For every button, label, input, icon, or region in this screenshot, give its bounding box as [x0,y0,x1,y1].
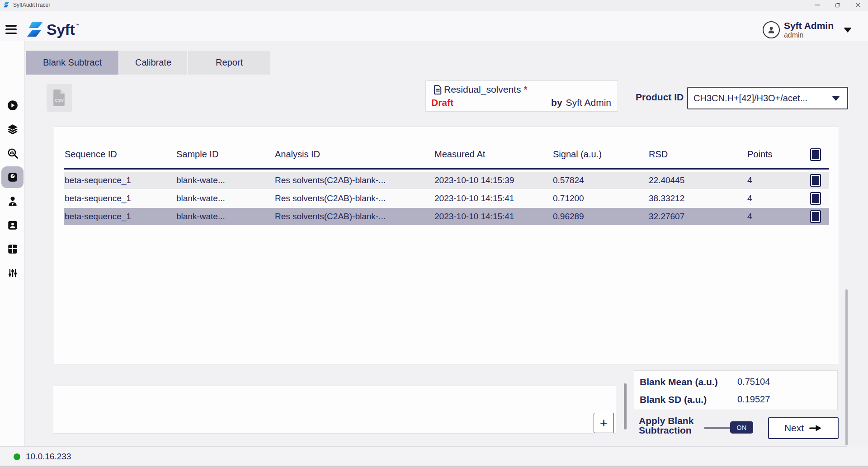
table-row-selected[interactable]: beta-sequence_1 blank-wate... Res solven… [64,208,829,225]
user-menu[interactable]: Syft Admin admin [763,20,852,40]
cell-analysis-id: Res solvents(C2AB)-blank-... [274,212,434,222]
column-header: Signal (a.u.) [552,149,648,160]
cell-rsd: 22.40445 [648,175,746,185]
cell-measured-at: 2023-10-10 14:15:41 [434,212,552,222]
sidebar-item-contacts[interactable] [1,214,24,236]
instrument-ip-address: 10.0.16.233 [26,452,71,462]
badge-icon [7,219,19,231]
search-stats-icon [7,147,19,159]
blank-mean-label: Blank Mean (a.u.) [640,377,737,387]
panel-scrollbar[interactable] [624,383,627,429]
layers-icon [7,123,19,135]
document-name: Residual_solvents [444,84,521,95]
sidebar-nav [0,41,25,446]
product-id-label: Product ID [636,92,684,103]
syft-logo: Syft ™ [26,20,79,39]
chevron-down-icon [832,96,840,101]
measurements-table-card: Sequence ID Sample ID Analysis ID Measur… [54,127,839,364]
avatar [763,21,780,38]
blank-summary-card: Blank Mean (a.u.) 0.75104 Blank SD (a.u.… [634,370,838,410]
arrow-right-icon [809,425,822,432]
cell-rsd: 38.33212 [648,193,746,203]
table-row[interactable]: beta-sequence_1 blank-wate... Res solven… [64,172,829,189]
user-icon [767,25,776,34]
column-header: RSD [648,149,746,160]
sidebar-item-blank-subtract[interactable] [1,166,24,188]
cell-measured-at: 2023-10-10 14:15:39 [434,175,552,185]
table-grid-icon [7,243,19,255]
column-header: Points [746,149,802,160]
close-icon[interactable] [848,0,868,10]
document-icon [434,85,442,94]
scale-icon [7,171,19,183]
column-header: Measured At [434,149,552,160]
app-header [0,11,868,41]
apply-blank-subtraction-label: Apply Blank Subtraction [639,416,693,435]
document-status-badge: Draft [431,97,453,108]
sidebar-item-admin[interactable] [1,190,24,212]
product-id-select[interactable]: CH3CN.H+[42]/H3O+/acet... [687,87,848,109]
chevron-down-icon [844,28,852,33]
row-checkbox[interactable] [810,174,821,187]
tab-blank-subtract[interactable]: Blank Subtract [26,51,118,75]
cell-points: 4 [746,212,802,222]
table-header-row: Sequence ID Sample ID Analysis ID Measur… [64,141,829,170]
cell-measured-at: 2023-10-10 14:15:41 [434,193,552,203]
menu-icon[interactable] [5,25,17,34]
required-asterisk: * [524,84,527,95]
column-header: Sequence ID [64,149,175,160]
notes-panel [53,386,616,434]
cell-sequence-id: beta-sequence_1 [64,212,175,222]
sidebar-item-run[interactable] [1,94,24,116]
app-logo-icon [3,2,9,8]
connection-status-icon [14,453,20,460]
row-checkbox[interactable] [810,192,821,205]
cell-sample-id: blank-wate... [175,193,274,203]
cell-signal: 0.57824 [552,175,648,185]
blank-sd-label: Blank SD (a.u.) [640,394,737,405]
cell-sample-id: blank-wate... [175,212,274,222]
column-header: Sample ID [175,149,274,160]
cell-signal: 0.96289 [552,212,648,222]
toggle-knob-on[interactable]: ON [730,421,753,434]
sidebar-item-sequences[interactable] [1,118,24,140]
title-bar: SyftAuditTracer [0,0,868,10]
brand-name: Syft [47,21,75,38]
next-button[interactable]: Next [768,417,839,439]
trademark-mark: ™ [75,23,79,28]
tune-icon [7,267,19,279]
apply-blank-toggle[interactable]: ON [704,420,754,435]
select-all-checkbox[interactable] [810,148,821,161]
window-controls [807,0,868,10]
svg-text:CSV: CSV [55,97,64,102]
cell-analysis-id: Res solvents(C2AB)-blank-... [274,175,434,185]
sidebar-item-data-table[interactable] [1,238,24,260]
sidebar-item-analysis-search[interactable] [1,142,24,164]
cell-analysis-id: Res solvents(C2AB)-blank-... [274,193,434,203]
document-info-card: Residual_solvents * Draft bySyft Admin [425,80,618,112]
syft-logo-mark-icon [26,21,44,38]
add-button[interactable]: + [594,413,614,433]
play-circle-icon [7,99,19,111]
cell-points: 4 [746,193,802,203]
sidebar-item-settings[interactable] [1,262,24,284]
admin-user-icon [7,195,19,207]
user-name: Syft Admin [784,20,834,31]
window-title: SyftAuditTracer [13,2,50,8]
main-scrollbar-thumb[interactable] [845,289,848,445]
minimize-button[interactable] [807,0,827,10]
blank-sd-value: 0.19527 [737,394,770,405]
table-row[interactable]: beta-sequence_1 blank-wate... Res solven… [64,190,829,207]
product-id-value: CH3CN.H+[42]/H3O+/acet... [693,93,832,104]
maximize-restore-button[interactable] [827,0,848,10]
cell-sequence-id: beta-sequence_1 [64,175,175,185]
csv-file-icon: CSV [52,89,66,107]
export-csv-button[interactable]: CSV [47,84,72,112]
tab-calibrate[interactable]: Calibrate [119,51,187,75]
toggle-track [704,427,732,429]
tab-report[interactable]: Report [188,51,270,75]
cell-sequence-id: beta-sequence_1 [64,193,175,203]
blank-mean-value: 0.75104 [737,377,770,387]
row-checkbox[interactable] [810,210,821,223]
column-header: Analysis ID [274,149,434,160]
